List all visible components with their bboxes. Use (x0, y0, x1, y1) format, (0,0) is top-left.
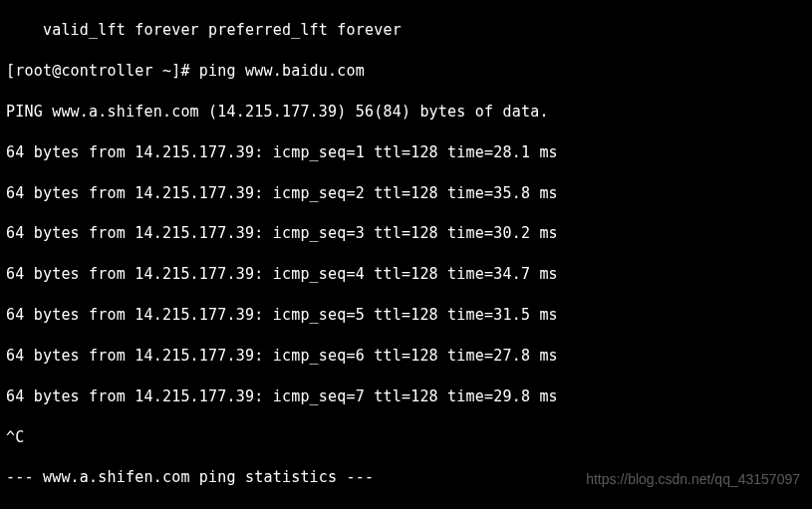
output-line: 64 bytes from 14.215.177.39: icmp_seq=1 … (6, 142, 806, 162)
output-line: 64 bytes from 14.215.177.39: icmp_seq=4 … (6, 264, 806, 284)
output-line: 64 bytes from 14.215.177.39: icmp_seq=5 … (6, 305, 806, 325)
output-line: PING www.a.shifen.com (14.215.177.39) 56… (6, 102, 806, 122)
output-line: --- www.a.shifen.com ping statistics --- (6, 467, 806, 487)
output-line: 64 bytes from 14.215.177.39: icmp_seq=6 … (6, 346, 806, 366)
output-line: 64 bytes from 14.215.177.39: icmp_seq=3 … (6, 223, 806, 243)
prompt-line: [root@controller ~]# ping www.baidu.com (6, 61, 806, 81)
terminal-window[interactable]: valid_lft forever preferred_lft forever … (0, 0, 812, 509)
output-line: ^C (6, 427, 806, 447)
output-line: valid_lft forever preferred_lft forever (6, 20, 806, 40)
output-line: 64 bytes from 14.215.177.39: icmp_seq=7 … (6, 386, 806, 406)
output-line: 64 bytes from 14.215.177.39: icmp_seq=2 … (6, 183, 806, 203)
